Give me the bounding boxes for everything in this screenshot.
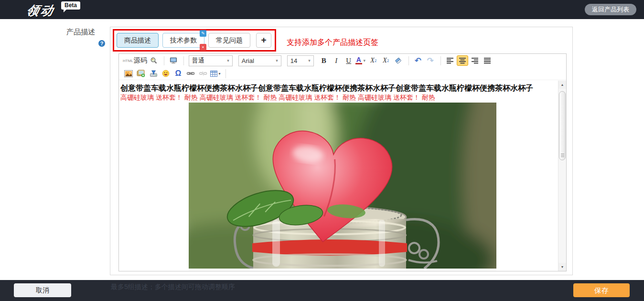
footer-bar: 取消 最多5组描述；多个描述间可拖动调整顺序 保存 [0,280,644,301]
beta-badge: Beta [61,1,80,10]
tab-technical-parameters[interactable]: 技术参数 ✎ × [162,33,204,48]
divider [183,56,184,65]
divider [164,56,164,65]
rich-text-editor: HTML 源码 普通 ▾ Arial ▾ [118,53,567,271]
chevron-down-icon: ▾ [227,58,229,63]
divider [225,69,226,78]
superscript-button[interactable]: X2 [380,55,392,66]
html-source-button[interactable]: HTML 源码 [123,55,147,66]
scrollbar-grip [561,154,564,157]
toolbar-row-2: Ω ▾ [119,67,566,80]
underline-button[interactable]: U [343,55,354,66]
back-to-product-list-button[interactable]: 返回产品列表 [585,4,636,15]
cancel-button[interactable]: 取消 [14,283,71,297]
local-upload-icon[interactable] [148,68,159,79]
subscript-button[interactable]: X2 [368,55,379,66]
toolbar-row-1: HTML 源码 普通 ▾ Arial ▾ [119,54,566,67]
chevron-down-icon: ▾ [276,58,278,63]
edit-tab-icon[interactable]: ✎ [200,30,206,37]
tab-product-description[interactable]: 商品描述 [117,33,159,48]
editor-scrollbar[interactable]: ▲ ▼ [558,81,566,271]
redo-button[interactable]: ↷ [425,55,436,66]
undo-button[interactable]: ↶ [412,55,424,66]
scroll-down-icon[interactable]: ▼ [558,263,566,271]
annotation-text: 支持添加多个产品描述页签 [287,38,378,48]
align-center-button[interactable] [457,55,468,66]
product-description-label: 产品描述 [66,28,95,37]
divider [440,56,441,65]
help-icon[interactable]: ? [98,40,105,47]
scrollbar-thumb[interactable] [559,91,566,160]
align-right-button[interactable] [469,55,481,66]
product-photo[interactable] [119,103,566,269]
fullscreen-icon[interactable] [168,55,179,66]
emoticon-icon[interactable] [160,68,172,79]
description-panel: 商品描述 技术参数 ✎ × 常见问题 + 支持添加多个产品描述页签 HTML 源… [110,27,573,275]
tab-faq[interactable]: 常见问题 [208,33,250,48]
special-character-icon[interactable]: Ω [172,68,184,79]
paragraph-format-select[interactable]: 普通 ▾ [189,55,233,66]
batch-image-upload-icon[interactable] [135,68,147,79]
italic-button[interactable]: I [331,55,342,66]
bold-button[interactable]: B [318,55,330,66]
tab-label: 技术参数 [170,36,197,44]
add-tab-button[interactable]: + [256,33,271,48]
link-icon[interactable] [185,68,196,79]
align-justify-button[interactable] [482,55,493,66]
font-size-select[interactable]: 14 ▾ [287,55,314,66]
align-left-button[interactable] [444,55,456,66]
table-icon[interactable]: ▾ [210,68,221,79]
remove-format-eraser-icon[interactable] [393,55,404,66]
delete-tab-icon[interactable]: × [200,44,206,51]
scroll-up-icon[interactable]: ▲ [558,81,566,89]
insert-image-icon[interactable] [123,68,134,79]
app-logo[interactable]: 领动 Beta [27,2,54,19]
topbar: 领动 Beta 返回产品列表 [0,0,644,19]
font-color-dropdown-icon[interactable]: ▾ [362,55,367,66]
editor-content-area[interactable]: 创意带盖车载水瓶柠檬杯便携茶杯水杯子创意带盖车载水瓶柠檬杯便携茶杯水杯子创意带盖… [119,81,566,271]
font-family-select[interactable]: Arial ▾ [238,55,281,66]
font-color-button[interactable]: A [355,57,362,64]
preview-icon[interactable] [148,55,160,66]
product-promo-text: 高硼硅玻璃 送杯套！ 耐热 高硼硅玻璃 送杯套！ 耐热 高硼硅玻璃 送杯套！ 耐… [119,93,566,103]
save-button[interactable]: 保存 [573,283,630,297]
logo-text: 领动 [25,2,57,19]
chevron-down-icon: ▾ [218,72,220,76]
product-title-text: 创意带盖车载水瓶柠檬杯便携茶杯水杯子创意带盖车载水瓶柠檬杯便携茶杯水杯子创意带盖… [119,81,566,93]
divider [408,56,409,65]
chevron-down-icon: ▾ [308,58,311,63]
unlink-icon[interactable] [197,68,209,79]
page: 领动 Beta 返回产品列表 产品描述 ? 商品描述 技术参数 ✎ × 常见问题… [0,0,644,301]
footer-hint-text: 最多5组描述；多个描述间可拖动调整顺序 [111,283,235,291]
